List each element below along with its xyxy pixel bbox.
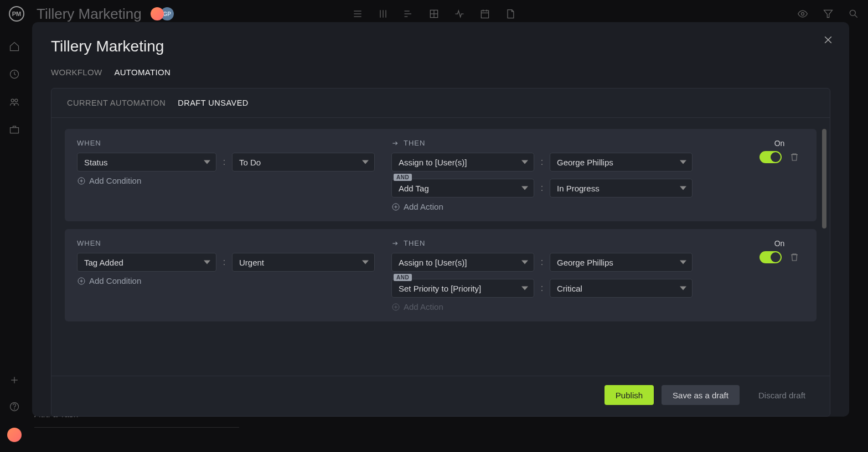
action-value-text: George Phillips (557, 258, 613, 267)
automation-subtabs: CURRENT AUTOMATION DRAFT UNSAVED (51, 89, 830, 118)
add-action-label: Add Action (404, 302, 443, 311)
header-actions (797, 8, 859, 19)
modal-title: Tillery Marketing (51, 38, 830, 55)
action-type-text: Assign to [User(s)] (399, 258, 467, 267)
chevron-down-icon (680, 159, 686, 165)
chevron-down-icon (204, 259, 210, 266)
then-label: THEN (391, 239, 750, 247)
add-condition-button[interactable]: Add Condition (77, 276, 387, 285)
member-avatars[interactable]: GP (151, 7, 174, 20)
scroll-fade (65, 366, 817, 376)
user-avatar[interactable] (7, 428, 22, 442)
rule-toggle[interactable] (760, 251, 782, 263)
colon-separator: : (540, 257, 544, 267)
when-field-value: Tag Added (84, 258, 123, 267)
svg-marker-44 (362, 260, 369, 264)
toggle-label: On (774, 239, 785, 248)
chevron-down-icon (521, 185, 528, 191)
svg-marker-38 (521, 186, 528, 190)
svg-marker-37 (680, 160, 686, 164)
action-type-text: Set Priority to [Priority] (399, 284, 481, 293)
arrow-right-icon (391, 240, 399, 247)
plus-circle-icon (77, 277, 86, 285)
action-value-select[interactable]: In Progress (550, 179, 693, 198)
action-value-select[interactable]: George Phillips (550, 253, 693, 272)
chevron-down-icon (680, 285, 686, 292)
action-value-select[interactable]: George Phillips (550, 153, 693, 172)
activity-icon[interactable] (454, 8, 465, 19)
scrollbar[interactable] (822, 129, 826, 228)
when-value-select[interactable]: To Do (232, 153, 375, 172)
colon-separator: : (222, 257, 226, 267)
svg-marker-51 (521, 286, 528, 290)
action-type-select[interactable]: Assign to [User(s)] (391, 153, 534, 172)
svg-rect-23 (11, 128, 19, 133)
and-chip: AND (394, 174, 412, 181)
add-action-button[interactable]: Add Action (391, 202, 750, 211)
calendar-view-icon[interactable] (479, 8, 490, 19)
plus-icon[interactable] (9, 375, 20, 386)
toggle-label: On (774, 139, 785, 148)
svg-marker-31 (362, 160, 369, 164)
action-type-select[interactable]: Add Tag (391, 179, 534, 198)
search-icon[interactable] (848, 8, 859, 19)
view-switcher (352, 8, 516, 19)
help-icon[interactable] (9, 401, 20, 412)
action-type-text: Assign to [User(s)] (399, 158, 467, 167)
chevron-down-icon (680, 185, 686, 191)
table-view-icon[interactable] (428, 8, 440, 19)
filter-icon[interactable] (823, 8, 834, 19)
svg-marker-30 (204, 160, 210, 164)
svg-marker-17 (824, 10, 833, 17)
svg-point-21 (11, 99, 14, 102)
publish-button[interactable]: Publish (604, 385, 654, 405)
rule-toggle[interactable] (760, 151, 782, 163)
svg-point-18 (850, 10, 855, 15)
action-type-text: Add Tag (399, 184, 429, 193)
plus-circle-icon (391, 303, 400, 311)
svg-marker-49 (521, 260, 528, 264)
action-type-select[interactable]: Assign to [User(s)] (391, 253, 534, 272)
when-value-text: To Do (239, 158, 261, 167)
action-type-select[interactable]: Set Priority to [Priority] (391, 279, 534, 298)
when-field-select[interactable]: Tag Added (77, 253, 216, 272)
colon-separator: : (540, 157, 544, 167)
gantt-view-icon[interactable] (403, 8, 414, 19)
briefcase-icon[interactable] (9, 124, 20, 135)
when-label: WHEN (77, 139, 387, 147)
discard-draft-button[interactable]: Discard draft (747, 385, 817, 405)
board-view-icon[interactable] (378, 8, 389, 19)
tab-workflow[interactable]: WORKFLOW (51, 67, 102, 77)
project-title: Tillery Marketing (37, 6, 142, 23)
team-icon[interactable] (9, 96, 20, 107)
chevron-down-icon (204, 159, 210, 165)
svg-rect-12 (481, 11, 488, 18)
when-field-select[interactable]: Status (77, 153, 216, 172)
subtab-current-automation[interactable]: CURRENT AUTOMATION (67, 98, 166, 107)
svg-point-27 (14, 409, 15, 409)
close-button[interactable] (823, 34, 834, 45)
svg-point-16 (802, 13, 804, 15)
avatar-photo (151, 7, 164, 20)
chevron-down-icon (680, 259, 686, 266)
list-view-icon[interactable] (352, 8, 363, 19)
eye-icon[interactable] (797, 8, 808, 19)
then-label: THEN (391, 139, 750, 147)
action-value-select[interactable]: Critical (550, 279, 693, 298)
when-value-select[interactable]: Urgent (232, 253, 375, 272)
colon-separator: : (540, 183, 544, 193)
home-icon[interactable] (9, 41, 20, 52)
files-icon[interactable] (505, 8, 516, 19)
chevron-down-icon (521, 285, 528, 292)
subtab-draft-unsaved[interactable]: DRAFT UNSAVED (178, 98, 249, 107)
delete-rule-button[interactable] (789, 152, 799, 162)
add-condition-button[interactable]: Add Condition (77, 176, 387, 185)
and-chip: AND (394, 274, 412, 281)
tab-automation[interactable]: AUTOMATION (114, 67, 170, 77)
add-action-label: Add Action (404, 202, 443, 211)
automation-rule: WHEN Tag Added : Urgent (65, 229, 817, 321)
add-action-button[interactable]: Add Action (391, 302, 750, 311)
save-draft-button[interactable]: Save as a draft (662, 385, 740, 405)
history-icon[interactable] (9, 69, 20, 80)
delete-rule-button[interactable] (789, 252, 799, 262)
